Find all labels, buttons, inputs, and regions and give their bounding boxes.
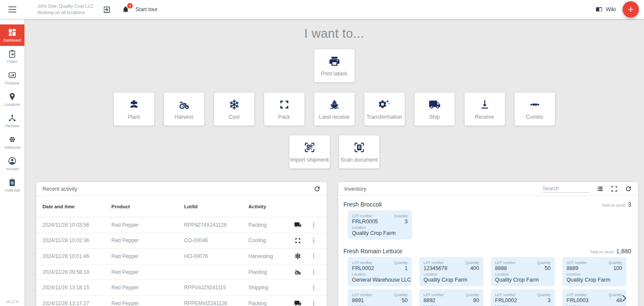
user-name: John Doe, Quality Crop LLC [37,3,93,9]
column-date: Date and time [42,204,111,209]
switch-location-button[interactable] [103,6,111,14]
app-version: v5.17.0 [0,300,24,304]
list-view-button[interactable] [596,185,604,192]
map-pin-icon [8,92,17,101]
location-label: Location [352,225,408,230]
action-card-pack[interactable]: Pack [264,93,304,126]
kebab-icon [310,268,317,276]
action-card-cool[interactable]: Cool [214,93,254,126]
truck-icon[interactable] [289,221,307,228]
sidebar-item-locations[interactable]: Locations [0,89,24,110]
sidebar-item-partners[interactable]: Partners [0,110,24,132]
book-icon [595,6,603,13]
sidebar-item-account[interactable]: Account [0,153,24,174]
total-on-stock-value: 3 [628,201,631,208]
row-menu-button[interactable] [307,284,321,291]
lot-number-value: 8891 [352,297,394,304]
inventory-next-button[interactable] [618,292,629,304]
lots-row: LOT number Quantity FRLR0005 3 Location … [348,210,638,240]
topbar: John Doe, Quality Crop LLC Working on al… [0,0,644,19]
quantity-value: 3 [394,219,408,225]
add-button[interactable] [623,1,639,18]
inventory-lot-card[interactable]: LOT number Quantity 12345678 400 Locatio… [419,257,483,286]
action-card-ship[interactable]: Ship [414,93,455,126]
inventory-lot-card[interactable]: LOT number Quantity FRLR0005 3 Location … [348,210,412,240]
lot-number-label: LOT number [495,292,537,297]
sidebar-item-fsma[interactable]: FSMA [0,46,24,67]
action-card-harvest[interactable]: Harvest [164,93,204,126]
sidebar-item-products[interactable]: Products [0,67,24,89]
kebab-icon [310,221,317,228]
total-on-stock: Total on stock: 3 [602,201,631,208]
audit-clipboard-icon [8,178,17,187]
truck-icon [429,99,441,111]
cell-product: Red Pepper [111,237,184,243]
action-card-scan-document[interactable]: Scan document [339,135,379,168]
expand-button[interactable] [611,185,618,192]
inventory-lot-card[interactable]: LOT number Quantity 8892 90 Location [419,289,483,306]
kebab-icon [310,284,317,291]
truck-icon[interactable] [289,300,307,306]
lot-number-label: LOT number [566,292,608,297]
action-card-import-shipment[interactable]: Import shipment [289,135,330,168]
lot-number-label: LOT number [352,292,394,297]
row-menu-button[interactable] [307,221,321,228]
inventory-body: Fresh Broccoli Total on stock: 3 LOT num… [338,196,638,306]
table-row[interactable]: 2024/11/26 13:18:15 Red Pepper RPPV8JZ92… [36,280,327,296]
quantity-label: Quantity [465,292,479,297]
table-row[interactable]: 2024/11/28 10:02:36 Red Pepper CO-00046 … [36,233,327,249]
inventory-search-input[interactable] [543,185,590,193]
action-card-receive[interactable]: Receive [465,93,505,126]
inventory-lot-card[interactable]: LOT number Quantity FRL0002 3 Location [491,289,555,306]
row-menu-button[interactable] [307,252,321,260]
snowflake-icon[interactable] [289,252,307,260]
inventory-lot-card[interactable]: LOT number Quantity 8888 50 Location Qua… [491,257,555,286]
inventory-lot-card[interactable]: LOT number Quantity FRL0002 1 Location G… [348,257,412,286]
table-row[interactable]: 2024/11/28 09:58:18 Red Pepper Planting [36,264,327,280]
cell-product: Red Pepper [111,285,184,291]
kebab-icon [310,300,317,306]
action-card-land-receive[interactable]: Land receive [314,93,355,126]
lots-row: LOT number Quantity 8891 50 Location LOT… [348,289,638,306]
pack-corners-icon[interactable] [289,237,307,244]
page-title: I want to... [304,27,364,41]
recent-activity-header: Recent activity [36,182,327,196]
action-card-transformation[interactable]: Transformation [364,93,405,126]
refresh-icon [625,185,632,192]
cell-datetime: 2024/11/28 09:58:18 [42,269,111,275]
tractor-icon[interactable] [289,268,307,276]
lot-number-label: LOT number [566,260,608,265]
table-row[interactable]: 2024/11/28 10:03:56 Red Pepper RPP8Z74X2… [36,217,327,233]
row-menu-button[interactable] [307,300,321,306]
notifications-button[interactable]: 1 [122,6,129,14]
cell-product: Red Pepper [111,300,184,306]
lot-number-label: LOT number [352,260,394,265]
row-menu-button[interactable] [307,237,321,244]
action-card-plant[interactable]: Plant [114,93,154,126]
main-content: I want to... Print labels Plant Harvest … [24,19,644,168]
location-value: Quality Crop Farm [566,277,622,283]
table-row[interactable]: 2024/11/26 13:17:27 Red Pepper RPPEMVIZ2… [36,296,327,306]
refresh-button[interactable] [313,185,321,192]
cell-lot: RPP8Z74X241128 [184,222,248,228]
wiki-button[interactable]: Wiki [595,6,616,13]
sidebar-item-advanced[interactable]: Advanced [0,132,24,153]
column-lot: Lot/Id [184,204,248,209]
refresh-button[interactable] [625,185,632,192]
start-tour-button[interactable]: Start tour [135,6,157,12]
sidebar-item-dashboard[interactable]: Dashboard [0,24,24,46]
location-label: Location [566,304,622,306]
flower-icon [128,99,140,111]
action-card-combo[interactable]: Combo [515,93,555,126]
inventory-lot-card[interactable]: LOT number Quantity 8891 50 Location [348,289,412,306]
quantity-label: Quantity [394,260,408,265]
table-row[interactable]: 2024/11/28 10:01:46 Red Pepper HO-00076 … [36,249,327,264]
sidebar-item-audit-trail[interactable]: Audit trail [0,174,24,196]
inventory-group-name: Fresh Romain Lettuce [343,248,402,255]
row-menu-button[interactable] [307,268,321,276]
inventory-lot-card[interactable]: LOT number Quantity 8889 100 Location Qu… [562,257,626,286]
menu-toggle-button[interactable] [0,6,24,12]
inventory-lot-card[interactable]: LOT number Quantity FRL0003 48 Location [562,289,626,306]
action-card-print-labels[interactable]: Print labels [314,49,355,82]
lot-number-label: LOT number [423,292,465,297]
